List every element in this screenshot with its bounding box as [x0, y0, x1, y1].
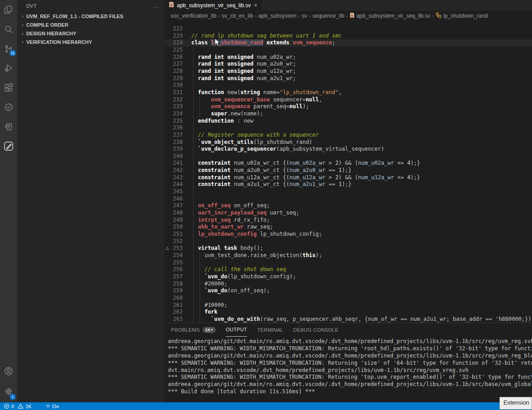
- code-line[interactable]: 247 on_off_seq on_off_seq;: [164, 202, 532, 210]
- breadcrumb-item[interactable]: sv: [302, 13, 307, 19]
- code-line[interactable]: 231 function new(string name="lp_shutdow…: [164, 89, 532, 96]
- error-count: 0: [11, 404, 14, 409]
- code-line[interactable]: 258 #20000;: [164, 281, 532, 288]
- gutter-marker: [164, 231, 170, 238]
- token: num_u02a_wr_ct {(: [231, 160, 290, 166]
- code-line[interactable]: 257 `uvm_do(lp_shutdown_config);: [164, 273, 532, 281]
- panel-tab-problems[interactable]: PROBLEMS1K+: [171, 323, 216, 336]
- token: ==: [325, 181, 338, 187]
- output-line: *** Build done [total duration 11s.516ms…: [168, 388, 532, 396]
- panel-tab-output[interactable]: OUTPUT: [226, 323, 247, 337]
- code-line[interactable]: 228 rand int unsigned num_u12a_wr;: [164, 68, 532, 75]
- code-line[interactable]: 243 constraint num_u12a_wr_ct {(num_u12a…: [164, 174, 532, 181]
- explorer-icon[interactable]: [0, 0, 17, 19]
- code-text: endfunction : new: [191, 118, 532, 125]
- breadcrumb-item[interactable]: sv_cb_ex_lib: [222, 13, 253, 19]
- code-line[interactable]: 251 lp_shutdown_config lp_shutdown_confi…: [164, 231, 532, 238]
- more-actions-button[interactable]: ...: [153, 3, 159, 9]
- chevron-right-icon: ›: [19, 30, 26, 36]
- breadcrumb-item-label: sv_cb_ex_lib: [222, 13, 253, 19]
- code-line[interactable]: 254 uvm_test_done.raise_objection(this);: [164, 252, 532, 259]
- code-line[interactable]: 225: [164, 47, 532, 54]
- filter-state-label: On: [52, 404, 59, 409]
- token: [191, 210, 198, 216]
- code-line[interactable]: 248 uart_incr_payload_seq uart_seq;: [164, 210, 532, 217]
- problems-status[interactable]: 0 1K: [4, 403, 32, 409]
- output-line: andreea.georgian/git/dvt.main/ro.amiq.dv…: [168, 381, 532, 388]
- output-console[interactable]: andreea.georgian/git/dvt.main/ro.amiq.dv…: [168, 338, 532, 402]
- account-icon[interactable]: [0, 361, 17, 381]
- code-line[interactable]: 222: [164, 25, 532, 33]
- tab-close-icon[interactable]: ×: [253, 2, 257, 9]
- token: (lp_shutdown_rand): [253, 139, 312, 145]
- code-line[interactable]: 223// rand lp shutdown seq between uart …: [164, 33, 532, 40]
- code-line[interactable]: 229 rand int unsigned num_a2u1_wr;: [164, 75, 532, 82]
- breadcrumb-item[interactable]: apb_subsystem: [258, 13, 296, 19]
- code-line[interactable]: 227 rand int unsigned num_a2u0_wr;: [164, 61, 532, 68]
- breadcrumb-item[interactable]: lp_shutdown_rand: [436, 12, 488, 19]
- testing-icon[interactable]: [0, 97, 17, 117]
- filter-status[interactable]: On: [45, 404, 59, 409]
- code-line[interactable]: △253 virtual task body();: [164, 245, 532, 252]
- run-debug-icon[interactable]: [0, 58, 17, 78]
- settings-gear-icon[interactable]: 1: [0, 381, 17, 402]
- verification-report-icon[interactable]: [0, 117, 17, 136]
- code-line[interactable]: 256 // call the shut down seq: [164, 266, 532, 273]
- code-editor[interactable]: 222223// rand lp shutdown seq between ua…: [164, 21, 532, 323]
- code-line[interactable]: 245: [164, 188, 532, 195]
- breadcrumb-item[interactable]: soc_verification_lib: [171, 13, 216, 19]
- code-line[interactable]: 242 constraint num_a2u0_wr_ct {(num_a2u0…: [164, 167, 532, 174]
- token: (lp_shutdown_config);: [227, 273, 296, 280]
- dvt-icon[interactable]: [0, 136, 17, 156]
- code-line[interactable]: 241 constraint num_u02a_wr_ct {(num_u02a…: [164, 160, 532, 167]
- source-control-icon[interactable]: 11: [0, 39, 17, 58]
- code-line[interactable]: 255: [164, 259, 532, 267]
- code-line[interactable]: 230: [164, 82, 532, 89]
- code-line[interactable]: 237 // Register sequence with a sequence…: [164, 132, 532, 139]
- code-line[interactable]: 224class lp_shutdown_rand extends uvm_se…: [164, 39, 532, 47]
- code-line[interactable]: 226 rand int unsigned num_u02a_wr;: [164, 54, 532, 61]
- code-line[interactable]: 246: [164, 195, 532, 203]
- problems-count-badge: 1K+: [203, 327, 216, 333]
- code-line[interactable]: 252: [164, 238, 532, 245]
- sidebar-item-compile-order[interactable]: ›COMPILE ORDER: [17, 20, 164, 29]
- code-line[interactable]: 244 constraint num_a2u1_wr_ct {(num_a2u1…: [164, 181, 532, 188]
- token: <=: [394, 160, 407, 166]
- code-line[interactable]: 249 intrpt_seq rd_rx_fifo;: [164, 217, 532, 224]
- code-line[interactable]: 240: [164, 153, 532, 160]
- search-icon[interactable]: [0, 19, 17, 39]
- extensions-icon[interactable]: [0, 78, 17, 97]
- gutter-marker: [164, 287, 170, 295]
- code-line[interactable]: 235 endfunction : new: [164, 118, 532, 125]
- token: super: [211, 110, 227, 117]
- code-line[interactable]: 232 uvm_sequencer_base sequencer=null,: [164, 96, 532, 104]
- code-line[interactable]: 239 `uvm_declare_p_sequencer(apb_subsyst…: [164, 146, 532, 153]
- sidebar-item-design-hierarchy[interactable]: ›DESIGN HIERARCHY: [17, 29, 164, 38]
- code-line[interactable]: 261 #10000;: [164, 302, 532, 309]
- breadcrumb-item[interactable]: vapb_subsystem_vir_seq_lib.sv: [350, 12, 430, 19]
- token: [191, 224, 198, 230]
- code-text: `uvm_object_utils(lp_shutdown_rand): [191, 139, 532, 146]
- code-text: uart_incr_payload_seq uart_seq;: [191, 210, 532, 217]
- code-line[interactable]: 236: [164, 124, 532, 132]
- code-line[interactable]: 238 `uvm_object_utils(lp_shutdown_rand): [164, 139, 532, 146]
- sidebar-item-verification-hierarchy[interactable]: ›VERIFICATION HIERARCHY: [17, 38, 164, 46]
- code-line[interactable]: 250 ahb_to_uart_wr raw_seq;: [164, 224, 532, 231]
- token: [191, 174, 198, 181]
- code-line[interactable]: 260: [164, 295, 532, 302]
- code-line[interactable]: 234 super.new(name);: [164, 110, 532, 118]
- code-line[interactable]: 233 uvm_sequence parent_seq=null);: [164, 103, 532, 110]
- line-number: 225: [170, 47, 183, 54]
- breadcrumb-item[interactable]: sequence_lib: [313, 13, 345, 19]
- sidebar-item-uvm-ref-flow-1-1-compiled-files[interactable]: ›UVM_REF_FLOW_1.1 - COMPILED FILES: [17, 12, 164, 20]
- token: [191, 281, 204, 287]
- code-line[interactable]: 262 fork: [164, 309, 532, 316]
- tab-apb-subsystem-vir-seq-lib[interactable]: v apb_subsystem_vir_seq_lib.sv ×: [164, 0, 262, 11]
- code-line[interactable]: 263 `uvm_do_on_with(raw_seq, p_sequencer…: [164, 316, 532, 323]
- code-line[interactable]: 259 `uvm_do(on_off_seq);: [164, 287, 532, 295]
- warning-count: 1K: [25, 404, 31, 409]
- panel-tab-debug-console[interactable]: DEBUG CONSOLE: [293, 323, 338, 336]
- line-number: 237: [170, 132, 183, 139]
- code-text: [191, 47, 532, 54]
- panel-tab-terminal[interactable]: TERMINAL: [257, 323, 283, 336]
